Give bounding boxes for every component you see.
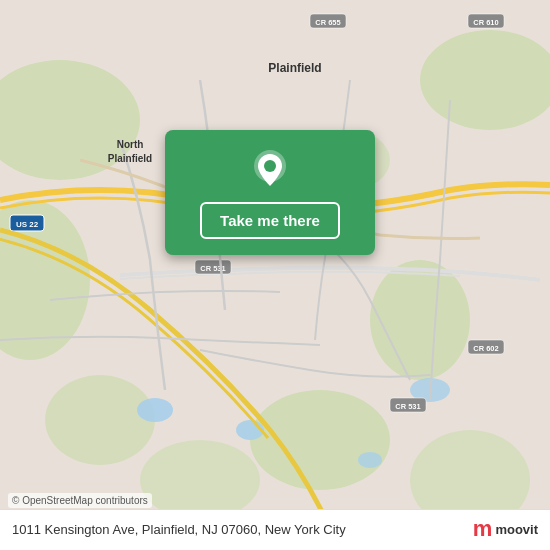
svg-text:Plainfield: Plainfield (108, 153, 152, 164)
svg-text:CR 602: CR 602 (473, 344, 498, 353)
svg-point-32 (264, 160, 276, 172)
svg-text:CR 531: CR 531 (395, 402, 420, 411)
svg-point-4 (370, 260, 470, 380)
moovit-logo: m moovit (473, 518, 538, 540)
take-me-there-button[interactable]: Take me there (200, 202, 340, 239)
moovit-brand-name: moovit (495, 522, 538, 537)
svg-text:Plainfield: Plainfield (268, 61, 321, 75)
bottom-bar: 1011 Kensington Ave, Plainfield, NJ 0706… (0, 509, 550, 550)
svg-point-7 (140, 440, 260, 520)
map-container: US 22 US 22 CR 531 CR 531 CR 655 CR 610 … (0, 0, 550, 550)
location-card: Take me there (165, 130, 375, 255)
svg-point-6 (45, 375, 155, 465)
map-attribution: © OpenStreetMap contributors (8, 493, 152, 508)
svg-point-5 (250, 390, 390, 490)
svg-text:CR 610: CR 610 (473, 18, 498, 27)
attribution-text: © OpenStreetMap contributors (12, 495, 148, 506)
location-pin-icon (248, 148, 292, 192)
moovit-m-icon: m (473, 518, 493, 540)
address-label: 1011 Kensington Ave, Plainfield, NJ 0706… (12, 522, 473, 537)
svg-point-10 (137, 398, 173, 422)
svg-text:CR 655: CR 655 (315, 18, 340, 27)
svg-text:North: North (117, 139, 144, 150)
svg-point-13 (358, 452, 382, 468)
svg-text:US 22: US 22 (16, 220, 39, 229)
map-svg: US 22 US 22 CR 531 CR 531 CR 655 CR 610 … (0, 0, 550, 550)
